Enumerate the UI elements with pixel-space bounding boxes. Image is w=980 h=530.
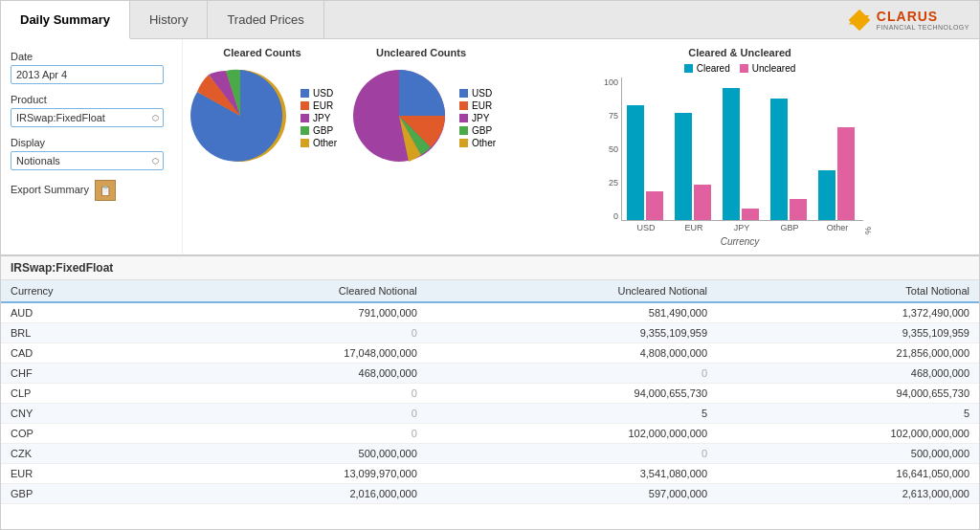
cell-currency: CAD [1, 343, 167, 364]
export-button[interactable]: 📋 [95, 180, 116, 201]
other-dot [301, 139, 309, 147]
gbp-dot [301, 126, 309, 135]
cell-currency: AUD [1, 302, 167, 323]
cell-total: 9,355,109,959 [717, 323, 979, 343]
cell-uncleared: 5 [427, 404, 717, 424]
cell-uncleared: 581,490,000 [427, 302, 717, 323]
top-panel: Date Product IRSwap:FixedFloat Display [1, 39, 979, 255]
un-legend-jpy: JPY [459, 113, 496, 123]
uncleared-bar [742, 209, 759, 220]
legend-other: Other [301, 138, 337, 148]
uncleared-pie-svg [346, 63, 452, 168]
uncleared-bar [694, 185, 711, 221]
product-select-wrapper: IRSwap:FixedFloat [11, 108, 164, 127]
bar-group-jpy [723, 88, 763, 220]
uncleared-bar [646, 191, 663, 220]
cell-cleared: 13,099,970,000 [167, 464, 427, 484]
y-axis-label: % [863, 77, 876, 234]
legend-gbp: GBP [301, 125, 337, 136]
cell-cleared: 0 [167, 323, 427, 343]
bars-container [621, 77, 863, 221]
header-spacer [324, 1, 837, 38]
cell-currency: GBP [1, 484, 167, 504]
cell-currency: EUR [1, 464, 167, 484]
table-section: IRSwap:FixedFloat Currency Cleared Notio… [1, 255, 979, 529]
cell-uncleared: 597,000,000 [427, 484, 717, 504]
un-legend-eur: EUR [459, 100, 496, 111]
cell-total: 5 [717, 404, 979, 424]
bar-group-eur [675, 113, 715, 221]
cell-cleared: 468,000,000 [167, 364, 427, 384]
display-select[interactable]: Notionals [11, 151, 164, 170]
cell-total: 16,641,050,000 [717, 464, 979, 484]
legend-usd: USD [301, 88, 337, 99]
bar-label-other: Other [817, 223, 858, 232]
export-label: Export Summary [11, 184, 89, 195]
tab-daily-summary[interactable]: Daily Summary [1, 1, 130, 39]
cell-total: 500,000,000 [717, 444, 979, 464]
cleared-bar [770, 99, 788, 221]
cleared-legend: USD EUR JPY [301, 88, 337, 148]
cell-uncleared: 94,000,655,730 [427, 384, 717, 404]
table-row: CLP094,000,655,73094,000,655,730 [1, 384, 979, 404]
tab-history[interactable]: History [130, 1, 208, 38]
table-row: BRL09,355,109,9599,355,109,959 [1, 323, 979, 343]
cell-cleared: 2,016,000,000 [167, 484, 427, 504]
legend-jpy: JPY [301, 113, 337, 123]
logo: CLARUS FINANCIAL TECHNOLOGY [837, 1, 979, 38]
uncleared-bar [790, 199, 807, 221]
date-input[interactable] [11, 65, 164, 84]
col-cleared: Cleared Notional [167, 280, 427, 302]
date-row: Date [11, 51, 172, 84]
date-label: Date [11, 51, 172, 62]
eur-dot [301, 101, 309, 110]
cell-currency: COP [1, 424, 167, 444]
cell-currency: CZK [1, 444, 167, 464]
table-row: AUD791,000,000581,490,0001,372,490,000 [1, 302, 979, 323]
legend-eur: EUR [301, 100, 337, 111]
tab-traded-prices[interactable]: Traded Prices [208, 1, 323, 38]
bar-label-jpy: JPY [722, 223, 762, 232]
cell-currency: CHF [1, 364, 167, 384]
bar-legend-cleared: Cleared [684, 63, 730, 74]
bar-label-eur: EUR [674, 223, 714, 232]
un-legend-usd: USD [459, 88, 496, 99]
cleared-chart: Cleared Counts [188, 47, 337, 247]
table-row: CZK500,000,0000500,000,000 [1, 444, 979, 464]
export-row: Export Summary 📋 [11, 180, 172, 201]
x-axis-label: Currency [721, 236, 760, 247]
cell-cleared: 791,000,000 [167, 302, 427, 323]
cleared-pie-svg [188, 63, 293, 168]
header-row: Currency Cleared Notional Uncleared Noti… [1, 280, 979, 302]
table-row: CNY055 [1, 404, 979, 424]
cell-currency: CLP [1, 384, 167, 404]
product-select[interactable]: IRSwap:FixedFloat [11, 108, 164, 127]
controls-panel: Date Product IRSwap:FixedFloat Display [1, 39, 183, 254]
bar-x-labels: USDEURJPYGBPOther [621, 221, 863, 234]
cell-uncleared: 4,808,000,000 [427, 343, 717, 364]
product-label: Product [11, 94, 172, 105]
table-header: Currency Cleared Notional Uncleared Noti… [1, 280, 979, 302]
col-uncleared: Uncleared Notional [427, 280, 717, 302]
cell-currency: BRL [1, 323, 167, 343]
bar-group-usd [627, 105, 667, 220]
cleared-bar [627, 105, 644, 220]
cleared-bar [723, 88, 740, 220]
cell-uncleared: 9,355,109,959 [427, 323, 717, 343]
header: Daily Summary History Traded Prices CLAR… [1, 1, 979, 39]
cell-cleared: 17,048,000,000 [167, 343, 427, 364]
bar-legend-uncleared: Uncleared [740, 63, 796, 74]
cell-uncleared: 3,541,080,000 [427, 464, 717, 484]
col-total: Total Notional [717, 280, 979, 302]
cell-uncleared: 0 [427, 444, 717, 464]
bar-chart-body: 100 75 50 25 0 USDEURJPYGBPOther [604, 77, 876, 234]
cell-cleared: 0 [167, 384, 427, 404]
cleared-chart-title: Cleared Counts [223, 47, 301, 58]
bar-label-gbp: GBP [769, 223, 810, 232]
bar-group-other [818, 127, 858, 221]
product-label: IRSwap:FixedFloat [1, 256, 979, 280]
bars-and-labels: USDEURJPYGBPOther [621, 77, 863, 234]
cell-total: 94,000,655,730 [717, 384, 979, 404]
product-row: Product IRSwap:FixedFloat [11, 94, 172, 127]
table-row: COP0102,000,000,000102,000,000,000 [1, 424, 979, 444]
